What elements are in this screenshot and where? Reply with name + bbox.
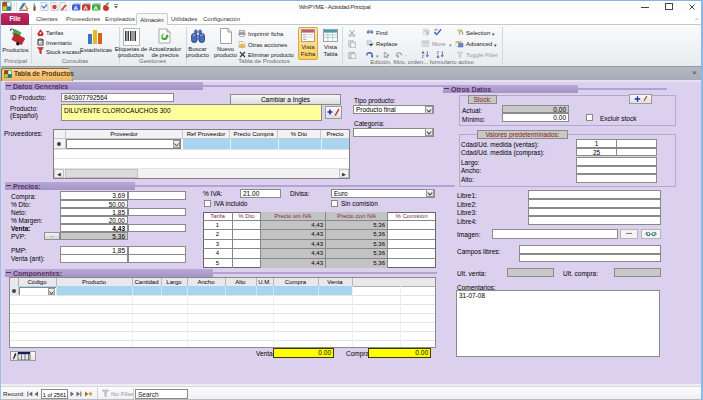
- svg-text:A: A: [436, 54, 439, 58]
- svg-text:A: A: [84, 5, 89, 11]
- svg-text:A: A: [94, 5, 99, 11]
- svg-text:A: A: [74, 5, 79, 11]
